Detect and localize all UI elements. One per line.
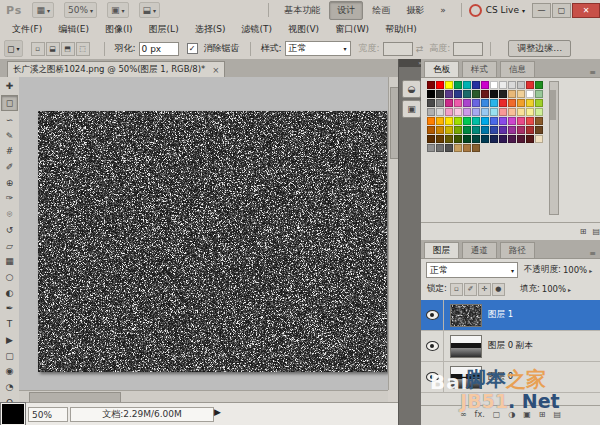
color-swatch[interactable] (490, 117, 498, 125)
minimize-button[interactable]: — (532, 3, 551, 18)
visibility-cell[interactable] (421, 300, 444, 330)
rotate-view-tool[interactable]: ◉ (2, 364, 17, 379)
menu-item-s[interactable]: 选择(S) (187, 21, 234, 38)
color-swatch[interactable] (463, 81, 471, 89)
status-options-arrow[interactable]: ▶ (214, 407, 221, 417)
move-tool[interactable]: ✚ (2, 79, 17, 94)
blend-mode-select[interactable]: 正常▾ (426, 262, 518, 278)
color-swatch[interactable] (490, 81, 498, 89)
workspace-button[interactable]: 摄影 (399, 2, 431, 19)
color-swatch[interactable] (445, 90, 453, 98)
color-swatch[interactable] (463, 117, 471, 125)
lock-move-icon[interactable]: ✛ (478, 283, 491, 296)
color-swatch[interactable] (517, 126, 525, 134)
color-swatch[interactable] (535, 135, 543, 143)
healing-brush-tool[interactable]: ⊕ (2, 175, 17, 190)
color-swatch[interactable] (454, 99, 462, 107)
tab-样式[interactable]: 样式 (462, 61, 497, 77)
tab-路径[interactable]: 路径 (500, 242, 535, 258)
path-selection-tool[interactable]: ▶ (2, 333, 17, 348)
tab-通道[interactable]: 通道 (462, 242, 497, 258)
lock-all-icon[interactable]: ● (492, 283, 505, 296)
color-swatch[interactable] (427, 126, 435, 134)
refine-edge-button[interactable]: 调整边缘… (508, 40, 571, 57)
color-swatch[interactable] (463, 126, 471, 134)
color-swatch[interactable] (526, 108, 534, 116)
layer-row[interactable]: 图层 0 副本 (421, 331, 600, 362)
color-swatch[interactable] (535, 81, 543, 89)
workspace-button[interactable]: 设计 (329, 1, 363, 20)
color-swatch[interactable] (535, 117, 543, 125)
fill-value[interactable]: 100% (542, 284, 566, 294)
color-swatch[interactable] (454, 117, 462, 125)
color-swatch[interactable] (490, 108, 498, 116)
color-swatch[interactable] (526, 126, 534, 134)
color-swatch[interactable] (427, 81, 435, 89)
color-swatch[interactable] (445, 99, 453, 107)
color-swatch[interactable] (508, 108, 516, 116)
color-swatch[interactable] (445, 108, 453, 116)
menu-item-i[interactable]: 图像(I) (97, 21, 141, 38)
new-swatch-icon[interactable]: ⊞ (580, 227, 587, 236)
color-swatch[interactable] (436, 81, 444, 89)
zoom-level-dropdown[interactable]: 50%▾ (64, 2, 97, 18)
type-tool[interactable]: T (2, 317, 17, 332)
eyedropper-tool[interactable]: ✐ (2, 160, 17, 175)
panel-menu-icon[interactable]: ≡ (589, 249, 596, 258)
lasso-tool[interactable]: ∽ (2, 112, 17, 127)
color-swatch[interactable] (472, 99, 480, 107)
color-swatch[interactable] (535, 99, 543, 107)
color-swatch[interactable] (436, 135, 444, 143)
restore-button[interactable]: ▢ (552, 3, 571, 18)
color-swatch[interactable] (499, 126, 507, 134)
color-swatch[interactable] (508, 135, 516, 143)
clone-source-panel-button[interactable]: ▣ (402, 100, 421, 118)
layer-name[interactable]: 图层 0 副本 (488, 340, 533, 352)
selection-mode-icon-2[interactable]: ⬒ (61, 42, 75, 56)
clone-stamp-tool[interactable]: ⌾ (2, 207, 17, 222)
hand-tool[interactable]: ◔ (2, 380, 17, 395)
panel-menu-icon[interactable]: ≡ (589, 68, 596, 77)
color-swatch[interactable] (481, 90, 489, 98)
eraser-tool[interactable]: ▱ (2, 238, 17, 253)
color-swatch[interactable] (427, 144, 435, 152)
selection-mode-icon-3[interactable]: ⬚ (76, 42, 90, 56)
color-swatch[interactable] (517, 90, 525, 98)
color-swatch[interactable] (463, 108, 471, 116)
color-swatch[interactable] (427, 99, 435, 107)
color-swatch[interactable] (463, 99, 471, 107)
color-swatch[interactable] (427, 135, 435, 143)
layer-thumbnail[interactable] (450, 335, 482, 358)
close-button[interactable]: ✕ (572, 3, 600, 18)
swatches-scrollbar[interactable] (549, 81, 559, 215)
eye-icon[interactable] (426, 310, 439, 320)
color-swatch[interactable] (472, 144, 480, 152)
view-extras-button[interactable]: ▣▾ (107, 2, 129, 18)
color-swatch[interactable] (526, 99, 534, 107)
color-swatch[interactable] (481, 99, 489, 107)
current-tool-preset[interactable]: ◻▾ (4, 40, 23, 57)
antialias-checkbox[interactable]: ✓ (187, 43, 198, 54)
color-swatch[interactable] (463, 144, 471, 152)
brush-panel-button[interactable]: ◒ (402, 80, 421, 98)
color-swatch[interactable] (481, 135, 489, 143)
workspace-button[interactable]: 基本功能 (277, 2, 327, 19)
blur-tool[interactable]: ○ (2, 270, 17, 285)
menu-item-t[interactable]: 滤镜(T) (233, 21, 280, 38)
color-swatch[interactable] (454, 90, 462, 98)
color-swatch[interactable] (535, 108, 543, 116)
color-swatch[interactable] (499, 99, 507, 107)
color-swatch[interactable] (535, 126, 543, 134)
layer-name[interactable]: 图层 1 (488, 309, 513, 321)
color-swatch[interactable] (535, 90, 543, 98)
layer-thumbnail[interactable] (450, 304, 482, 327)
zoom-percentage-field[interactable]: 50% (28, 407, 68, 422)
feather-input[interactable]: 0 px (139, 42, 179, 56)
color-swatch[interactable] (490, 90, 498, 98)
scrollbar-thumb[interactable] (550, 90, 556, 120)
lock-paint-icon[interactable]: ✐ (464, 283, 477, 296)
menu-item-f[interactable]: 文件(F) (4, 21, 50, 38)
pen-tool[interactable]: ✒ (2, 301, 17, 316)
color-swatch[interactable] (454, 144, 462, 152)
color-swatch[interactable] (499, 135, 507, 143)
